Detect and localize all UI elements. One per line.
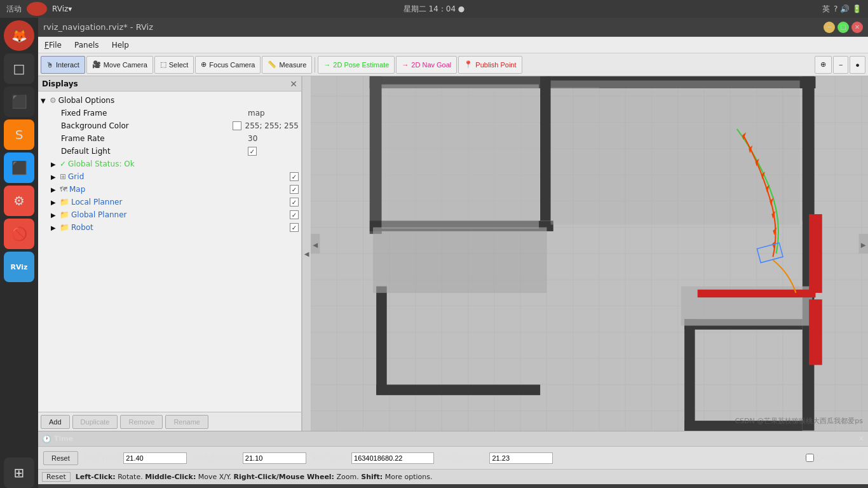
- select-icon: ⬚: [160, 60, 166, 69]
- map-checkbox[interactable]: ✓: [290, 185, 299, 194]
- robot-row[interactable]: ▶ 📁 Robot ✓: [38, 221, 301, 234]
- app-name-label[interactable]: RViz▾: [52, 4, 72, 13]
- minimize-button[interactable]: −: [824, 22, 835, 33]
- fixed-frame-value[interactable]: map: [248, 109, 299, 118]
- dock-firefox[interactable]: 🦊: [4, 20, 34, 51]
- dock-sublime[interactable]: S: [4, 119, 34, 150]
- robot-checkbox[interactable]: ✓: [290, 223, 299, 232]
- publish-point-button[interactable]: 📍 Publish Point: [458, 56, 522, 74]
- right-click-label: Right-Click/Mouse Wheel:: [234, 473, 334, 481]
- fixed-frame-label: Fixed Frame: [61, 109, 248, 118]
- global-status-arrow: ▶: [51, 161, 60, 168]
- experimental-checkbox[interactable]: [806, 454, 814, 462]
- watermark: CSDN @芒果荔枝猕猴桃大西瓜我都爱ps: [735, 416, 863, 426]
- global-planner-checkbox[interactable]: ✓: [290, 210, 299, 219]
- local-planner-row[interactable]: ▶ 📁 Local Planner ✓: [38, 196, 301, 208]
- left-click-desc: Rotate.: [118, 473, 143, 481]
- dock-terminal[interactable]: ⬛: [4, 86, 34, 117]
- move-camera-icon: 🎥: [92, 60, 101, 69]
- remove-button[interactable]: Remove: [120, 415, 163, 429]
- ros-time-input[interactable]: [123, 452, 187, 464]
- ros-time-group: ROS Time:: [85, 452, 187, 464]
- interact-button[interactable]: 🖱 Interact: [41, 56, 85, 74]
- map-arrow: ▶: [51, 186, 60, 193]
- focus-camera-button[interactable]: ⊕ Focus Camera: [195, 56, 261, 74]
- dock-unknown1[interactable]: ⚙: [4, 186, 34, 216]
- fixed-frame-row[interactable]: Fixed Frame map: [38, 107, 301, 119]
- background-color-value[interactable]: 255; 255; 255: [233, 121, 299, 131]
- ros-elapsed-input[interactable]: [243, 452, 306, 464]
- grid-checkbox[interactable]: ✓: [290, 172, 299, 181]
- displays-title: Displays: [42, 79, 78, 88]
- add-button[interactable]: Add: [41, 415, 70, 429]
- wall-time-label: Wall Time:: [313, 454, 349, 462]
- measure-button[interactable]: 📏 Measure: [262, 56, 312, 74]
- dock-grid[interactable]: ⊞: [4, 458, 34, 488]
- global-planner-icon: 📁: [60, 210, 69, 219]
- time-panel: 🕐 Time ✕ Reset ROS Time: ROS Elapsed: Wa…: [38, 431, 868, 469]
- global-options-row[interactable]: ▼ ⚙ Global Options: [38, 94, 301, 107]
- frame-rate-value[interactable]: 30: [248, 134, 299, 143]
- default-light-checkbox[interactable]: ✓: [248, 147, 257, 156]
- toolbar-extra-1[interactable]: ⊕: [815, 56, 832, 74]
- wall-time-group: Wall Time:: [313, 452, 434, 464]
- bottom-buttons: Add Duplicate Remove Rename: [38, 412, 301, 431]
- svg-rect-49: [376, 384, 540, 395]
- close-button[interactable]: ✕: [851, 22, 863, 33]
- global-status-row[interactable]: ▶ ✓ Global Status: Ok: [38, 158, 301, 170]
- pose-estimate-button[interactable]: → 2D Pose Estimate: [318, 56, 395, 74]
- background-color-row[interactable]: Background Color 255; 255; 255: [38, 119, 301, 132]
- svg-text:◀: ◀: [313, 241, 318, 248]
- global-planner-row[interactable]: ▶ 📁 Global Planner ✓: [38, 208, 301, 221]
- maximize-button[interactable]: □: [837, 22, 849, 33]
- main-window: rviz_navigation.rviz* - RViz − □ ✕ FFile…: [38, 18, 868, 488]
- window-controls: − □ ✕: [824, 22, 863, 33]
- color-swatch[interactable]: [233, 121, 241, 130]
- dock-vscode[interactable]: ⬛: [4, 152, 34, 183]
- status-bar: Reset Left-Click: Rotate. Middle-Click: …: [38, 469, 868, 484]
- ros-elapsed-group: ROS Elapsed:: [193, 452, 306, 464]
- svg-rect-52: [373, 227, 546, 293]
- wall-time-input[interactable]: [351, 452, 434, 464]
- rename-button[interactable]: Rename: [165, 415, 208, 429]
- dock-files[interactable]: □: [4, 53, 34, 84]
- menu-help[interactable]: Help: [109, 37, 132, 53]
- collapse-handle[interactable]: ◀: [302, 76, 311, 431]
- system-bar-right: 英 ? 🔊 🔋: [822, 4, 862, 15]
- time-close-button[interactable]: ✕: [858, 435, 864, 443]
- duplicate-button[interactable]: Duplicate: [72, 415, 118, 429]
- wall-elapsed-input[interactable]: [489, 452, 553, 464]
- nav-goal-button[interactable]: → 2D Nav Goal: [396, 56, 457, 74]
- viewport[interactable]: ◀ ▶ CSDN @芒果荔枝猕猴桃大西瓜我都爱ps: [311, 76, 868, 431]
- reset-button[interactable]: Reset: [43, 451, 78, 465]
- pose-estimate-icon: →: [323, 61, 330, 69]
- activities-label[interactable]: 活动: [6, 4, 22, 15]
- ros-time-label: ROS Time:: [85, 454, 121, 462]
- time-title: Time: [54, 435, 73, 443]
- displays-close-button[interactable]: ✕: [290, 79, 297, 89]
- dock-rviz[interactable]: RViz: [4, 252, 34, 282]
- robot-label: Robot: [71, 223, 290, 232]
- move-camera-button[interactable]: 🎥 Move Camera: [86, 56, 153, 74]
- locale-label[interactable]: 英: [822, 4, 830, 15]
- toolbar-separator-1: [315, 57, 315, 72]
- toolbar-extra-2[interactable]: −: [833, 56, 848, 74]
- svg-rect-56: [809, 299, 822, 365]
- local-planner-checkbox[interactable]: ✓: [290, 198, 299, 207]
- status-reset-btn[interactable]: Reset: [42, 472, 71, 482]
- displays-tree[interactable]: ▼ ⚙ Global Options Fixed Frame map Backg…: [38, 92, 301, 412]
- select-button[interactable]: ⬚ Select: [154, 56, 194, 74]
- dock-unknown2[interactable]: 🚫: [4, 219, 34, 249]
- background-color-label: Background Color: [61, 121, 233, 130]
- menu-panels[interactable]: Panels: [72, 37, 102, 53]
- default-light-row[interactable]: Default Light ✓: [38, 145, 301, 158]
- grid-row[interactable]: ▶ ⊞ Grid ✓: [38, 170, 301, 183]
- frame-rate-row[interactable]: Frame Rate 30: [38, 132, 301, 145]
- clock-icon: 🕐: [42, 435, 51, 444]
- menu-file[interactable]: FFile: [42, 37, 64, 53]
- menu-bar: FFile Panels Help: [38, 37, 868, 53]
- map-row[interactable]: ▶ 🗺 Map ✓: [38, 183, 301, 196]
- toolbar-extra-3[interactable]: ●: [850, 56, 865, 74]
- firefox-icon[interactable]: [27, 2, 47, 16]
- left-dock: 🦊 □ ⬛ S ⬛ ⚙ 🚫 RViz ⊞: [0, 18, 38, 488]
